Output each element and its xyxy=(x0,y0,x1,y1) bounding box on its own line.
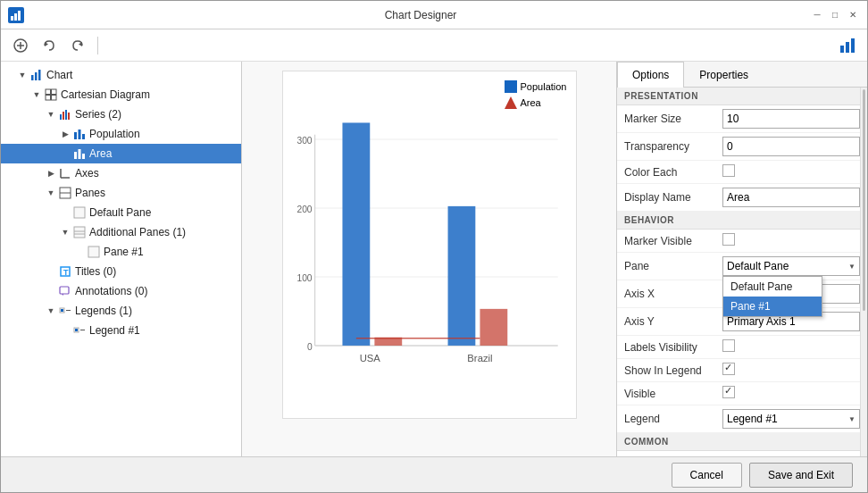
tree-item-legends[interactable]: ▼ Legends (1) xyxy=(1,301,241,321)
row-show-in-legend: Show In Legend xyxy=(617,359,867,382)
close-button[interactable]: ✕ xyxy=(846,8,860,22)
svg-rect-14 xyxy=(46,89,51,95)
section-behavior: BEHAVIOR xyxy=(617,212,867,230)
label-color-each: Color Each xyxy=(624,166,722,179)
tree-label-additional-panes: Additional Panes (1) xyxy=(89,226,186,238)
svg-rect-13 xyxy=(38,70,41,80)
svg-rect-17 xyxy=(52,96,57,101)
tab-properties[interactable]: Properties xyxy=(684,62,764,88)
svg-rect-39 xyxy=(60,287,69,294)
tree-label-panes: Panes xyxy=(75,187,105,199)
pane-dropdown: Default Pane Pane #1 xyxy=(722,276,822,317)
tree-item-default-pane[interactable]: Default Pane xyxy=(1,203,241,222)
maximize-button[interactable]: □ xyxy=(828,8,842,22)
svg-text:T: T xyxy=(63,268,69,277)
titles-icon: T xyxy=(58,264,72,279)
tree-panel: ▼ Chart ▼ Cartesian Diagram xyxy=(1,62,242,456)
area-icon xyxy=(72,146,87,161)
tree-item-population[interactable]: ▶ Population xyxy=(1,124,241,144)
row-legend: Legend Legend #1 ▼ xyxy=(617,405,867,433)
additional-panes-icon xyxy=(72,225,87,239)
tree-toggle-panes[interactable]: ▼ xyxy=(44,186,58,200)
chart-view-button[interactable] xyxy=(835,33,860,58)
checkbox-color-each[interactable] xyxy=(722,164,735,177)
tree-toggle-axes[interactable]: ▶ xyxy=(44,166,58,180)
toolbar xyxy=(1,29,867,62)
tree-item-axes[interactable]: ▶ Axes xyxy=(1,163,241,183)
save-exit-button[interactable]: Save and Exit xyxy=(749,463,853,488)
tree-label-area: Area xyxy=(89,147,112,160)
select-legend[interactable]: Legend #1 ▼ xyxy=(722,409,860,429)
tree-toggle-annotations xyxy=(44,284,58,298)
row-marker-size: Marker Size xyxy=(617,105,867,133)
annotations-icon xyxy=(58,284,72,298)
tree-item-cartesian[interactable]: ▼ Cartesian Diagram xyxy=(1,85,241,104)
label-axis-y: Axis Y xyxy=(624,315,722,328)
area-swatch xyxy=(505,96,517,109)
tree-toggle-cartesian[interactable]: ▼ xyxy=(29,88,44,102)
minimize-button[interactable]: ─ xyxy=(810,8,824,22)
tree-toggle-chart[interactable]: ▼ xyxy=(15,68,29,82)
svg-text:200: 200 xyxy=(296,205,312,214)
scrollbar-track[interactable] xyxy=(860,88,867,456)
svg-rect-24 xyxy=(82,134,85,139)
undo-button[interactable] xyxy=(37,33,62,58)
checkbox-show-in-legend[interactable] xyxy=(722,363,735,375)
tree-item-titles[interactable]: T Titles (0) xyxy=(1,262,241,281)
value-visible xyxy=(722,386,860,401)
value-marker-visible xyxy=(722,233,860,248)
tree-label-chart: Chart xyxy=(46,69,72,81)
svg-rect-42 xyxy=(61,309,63,312)
cancel-button[interactable]: Cancel xyxy=(672,463,742,488)
label-marker-visible: Marker Visible xyxy=(624,235,722,247)
tree-toggle-population[interactable]: ▶ xyxy=(58,127,72,141)
tree-toggle-series[interactable]: ▼ xyxy=(44,107,58,121)
svg-marker-7 xyxy=(79,42,82,46)
tree-toggle-titles xyxy=(44,264,58,279)
select-pane[interactable]: Default Pane ▼ xyxy=(722,256,860,276)
tree-label-population: Population xyxy=(89,128,140,140)
input-transparency[interactable] xyxy=(722,137,860,156)
props-panel-inner: PRESENTATION Marker Size Transparency xyxy=(617,88,867,456)
dropdown-item-pane1[interactable]: Pane #1 xyxy=(723,297,822,316)
tree-item-legend1[interactable]: Legend #1 xyxy=(1,321,241,340)
bottom-bar: Cancel Save and Exit xyxy=(1,456,867,492)
tree-toggle-legends[interactable]: ▼ xyxy=(44,304,58,318)
dropdown-item-default-pane[interactable]: Default Pane xyxy=(723,277,822,297)
tree-item-pane1[interactable]: Pane #1 xyxy=(1,242,241,262)
row-transparency: Transparency xyxy=(617,133,867,161)
checkbox-marker-visible[interactable] xyxy=(722,233,735,246)
svg-marker-40 xyxy=(62,294,63,296)
tree-toggle-default-pane xyxy=(58,205,72,220)
tree-item-panes[interactable]: ▼ Panes xyxy=(1,183,241,203)
tree-item-series[interactable]: ▼ Series (2) xyxy=(1,104,241,124)
label-axis-x: Axis X xyxy=(624,288,722,300)
tree-item-chart[interactable]: ▼ Chart xyxy=(1,65,241,85)
checkbox-labels-visibility[interactable] xyxy=(722,339,735,352)
tree-toggle-legend1 xyxy=(58,323,72,338)
tree-item-annotations[interactable]: Annotations (0) xyxy=(1,281,241,301)
svg-rect-21 xyxy=(68,113,70,120)
tree-item-additional-panes[interactable]: ▼ Additional Panes (1) xyxy=(1,222,241,242)
svg-rect-26 xyxy=(79,149,81,159)
svg-rect-60 xyxy=(480,309,507,346)
tree-label-default-pane: Default Pane xyxy=(89,206,151,219)
input-display-name[interactable] xyxy=(722,188,860,207)
input-marker-size[interactable] xyxy=(722,109,860,129)
checkbox-visible[interactable] xyxy=(722,386,735,398)
scrollbar-thumb[interactable] xyxy=(863,89,865,311)
chart-icon xyxy=(29,68,44,82)
legends-icon xyxy=(58,304,72,318)
row-color-each: Color Each xyxy=(617,161,867,184)
panes-icon xyxy=(58,186,72,200)
tree-toggle-area[interactable] xyxy=(58,146,72,161)
chart-legend: Population Area xyxy=(505,80,567,109)
add-button[interactable] xyxy=(8,33,33,58)
tree-item-area[interactable]: Area xyxy=(1,144,241,163)
tree-toggle-additional-panes[interactable]: ▼ xyxy=(58,225,72,239)
props-tabs: Options Properties xyxy=(617,62,867,88)
row-pane: Pane Default Pane ▼ Default Pane Pane #1 xyxy=(617,253,867,280)
redo-button[interactable] xyxy=(65,33,90,58)
tab-options[interactable]: Options xyxy=(617,62,684,88)
select-pane-value: Default Pane xyxy=(727,260,789,272)
